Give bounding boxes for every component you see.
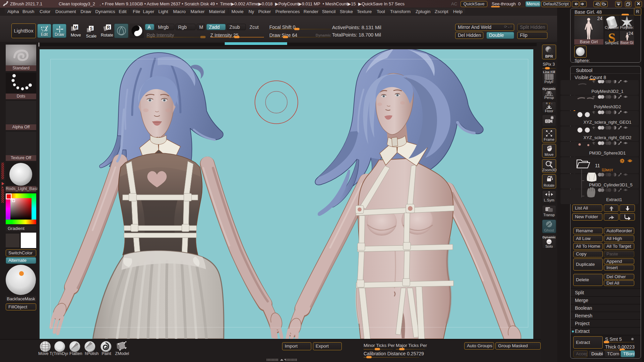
- svg-text:R: R: [107, 25, 110, 30]
- svg-text:M: M: [74, 25, 77, 30]
- svg-text:S: S: [90, 26, 93, 31]
